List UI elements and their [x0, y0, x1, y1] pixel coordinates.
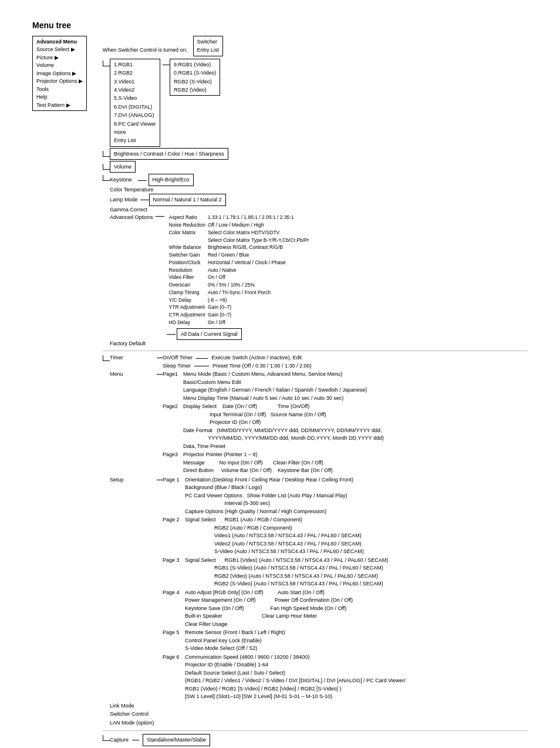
image-options-section: Keystone High-Bright/Eco Color Temperatu…	[110, 174, 311, 348]
projector-options-section: Timer On/Off Timer Execute Switch (Activ…	[110, 354, 528, 727]
menu-item-help: Help	[36, 93, 83, 102]
menu-item-volume: Volume	[36, 62, 83, 70]
all-data-box: All Data / Current Signal	[177, 328, 242, 340]
section-separator-1	[103, 351, 528, 351]
setup-section: Page 1 Orientation (Desktop Front / Ceil…	[163, 476, 406, 702]
volume-box: Volume	[110, 161, 136, 173]
advanced-options-section: Aspect Ratio1.33:1 / 1.78:1 / 1.85:1 / 2…	[167, 214, 311, 340]
page-wrapper: Menu tree Advanced Menu Source Select ▶ …	[18, 12, 542, 748]
switcher-box: Switcher Entry List	[193, 36, 224, 56]
menu-item-image-options: Image Options ▶	[36, 70, 83, 78]
section-separator-2	[103, 730, 528, 731]
switcher-when-text: When Switcher Control is turned on:	[103, 47, 187, 53]
keystone-value: High-Bright/Eco	[149, 174, 194, 186]
lamp-mode-value: Normal / Natural 1 / Natural 2	[149, 194, 226, 205]
rgb-sub-list: 9.RGB1 (Video) 0.RGB1 (S-Video) RGB2 (S-…	[170, 59, 220, 96]
page-title: Menu tree	[32, 21, 528, 30]
menu-item-source-select: Source Select ▶	[36, 46, 83, 54]
source-select-list: 1.RGB1 2.RGB2 3.Video1 4.Video2 5.S-Vide…	[110, 59, 160, 147]
menu-tree-diagram: Advanced Menu Source Select ▶ Picture ▶ …	[32, 36, 528, 748]
menu-item-tools: Tools	[36, 86, 83, 94]
picture-box: Brightness / Contrast / Color / Hue / Sh…	[110, 148, 228, 160]
menu-section: Page1 Menu Mode (Basic / Custom Menu, Ad…	[163, 370, 384, 476]
menu-item-picture: Picture ▶	[36, 54, 83, 62]
tools-section: Capture Standalone/Master/Slabe PC Card …	[110, 734, 217, 748]
advanced-menu-box: Advanced Menu Source Select ▶ Picture ▶ …	[32, 36, 87, 111]
menu-item-projector-options: Projector Options ▶	[36, 78, 83, 86]
timer-section: On/Off Timer Execute Switch (Active / In…	[163, 354, 311, 370]
menu-item-test-pattern: Test Pattern ▶	[36, 102, 83, 110]
